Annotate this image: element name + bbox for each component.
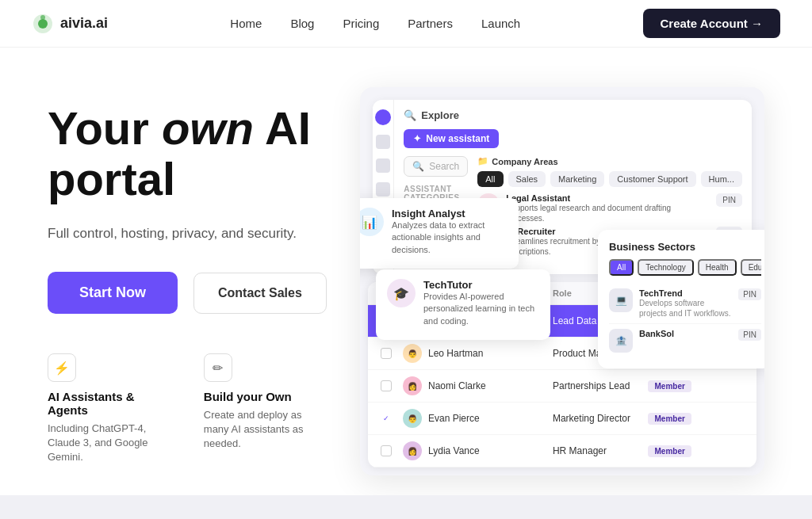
sidebar-box-icon-2 (376, 158, 390, 173)
feature-build-desc: Create and deploy as many AI assistants … (204, 408, 328, 452)
ca-tab-hum[interactable]: Hum... (701, 171, 742, 187)
hero-right: 🔍 Explore ✦ New assistant (360, 87, 764, 475)
new-assistant-label: New assistant (426, 133, 489, 144)
company-areas-label: 📁 Company Areas (477, 156, 742, 166)
naomi-badge: Member (648, 380, 691, 392)
insight-analyst-card: 📊 Insight Analyst Analyzes data to extra… (360, 198, 519, 269)
legal-name: Legal Assistant (506, 193, 710, 203)
heading-portal: portal (48, 153, 175, 204)
fc1-header: 📊 Insight Analyst Analyzes data to extra… (360, 208, 508, 256)
feature-ai-assistants: ⚡ AI Assistants & Agents Including ChatG… (48, 353, 172, 465)
navbar: aivia.ai Home Blog Pricing Partners Laun… (0, 0, 812, 48)
techtrend-info: TechTrend Develops software projects and… (639, 288, 732, 319)
explore-icon: 🔍 (404, 109, 416, 121)
checkbox-evan[interactable]: ✓ (381, 413, 392, 424)
bs-tab-all[interactable]: All (609, 259, 634, 276)
bs-tab-edu[interactable]: Education (741, 259, 761, 276)
bs-item-banksol: 🏦 BankSol PIN (609, 324, 761, 357)
hero-section: Your own AI portal Full control, hosting… (0, 48, 812, 475)
nav-home[interactable]: Home (230, 17, 262, 30)
search-icon: 🔍 (412, 161, 424, 172)
fc1-info: Insight Analyst Analyzes data to extract… (392, 208, 508, 256)
techtrend-pin-button[interactable]: PIN (738, 288, 761, 300)
insight-name: Insight Analyst (392, 208, 508, 219)
nav-pricing[interactable]: Pricing (343, 17, 379, 30)
svg-point-2 (40, 15, 45, 20)
pencil-icon: ✏ (204, 353, 232, 382)
naomi-avatar: 👩 (403, 376, 422, 395)
ca-tab-marketing[interactable]: Marketing (550, 171, 604, 187)
tech-tutor-card: 🎓 TechTutor Provides AI-powered personal… (376, 269, 550, 340)
search-text: Search (429, 161, 459, 172)
lydia-badge: Member (648, 445, 691, 457)
hero-buttons: Start Now Contact Sales (48, 272, 328, 314)
nav-links: Home Blog Pricing Partners Launch (230, 17, 520, 30)
bottom-bar (0, 495, 812, 519)
business-sectors-panel: Business Sectors All Technology Health E… (598, 230, 764, 368)
ca-tab-sales[interactable]: Sales (508, 171, 546, 187)
checkbox-naomi[interactable] (381, 380, 392, 391)
techtutor-desc: Provides AI-powered personalized learnin… (423, 291, 539, 327)
td-evan-role: Marketing Director (553, 413, 649, 424)
table-row-evan: ✓ 👨 Evan Pierce Marketing Director Membe… (368, 403, 756, 435)
evan-badge: Member (648, 413, 691, 425)
nav-launch[interactable]: Launch (481, 17, 520, 30)
hero-left: Your own AI portal Full control, hosting… (48, 95, 328, 465)
techtrend-desc: Develops software projects and IT workfl… (639, 298, 732, 319)
feature-ai-desc: Including ChatGPT-4, Claude 3, and Googl… (48, 422, 172, 465)
td-evan-name: ✓ 👨 Evan Pierce (381, 409, 553, 428)
leo-avatar: 👨 (403, 344, 422, 363)
checkbox-leo[interactable] (381, 348, 392, 359)
mockup-container: 🔍 Explore ✦ New assistant (360, 87, 764, 475)
bs-tab-health[interactable]: Health (698, 259, 737, 276)
checkbox-lydia[interactable] (381, 445, 392, 456)
banksol-avatar: 🏦 (609, 329, 633, 353)
plus-icon: ✦ (413, 133, 421, 144)
bs-tabs: All Technology Health Education Real... (609, 259, 761, 276)
search-bar[interactable]: 🔍 Search (404, 156, 468, 177)
ca-tab-all[interactable]: All (477, 171, 503, 187)
heading-your: Your (48, 102, 162, 154)
nav-partners[interactable]: Partners (408, 17, 453, 30)
techtrend-avatar: 💻 (609, 288, 633, 312)
contact-sales-button[interactable]: Contact Sales (193, 273, 327, 314)
td-naomi-role: Partnerships Lead (553, 380, 649, 391)
lydia-avatar: 👩 (403, 441, 422, 460)
hero-heading: Your own AI portal (48, 103, 328, 204)
table-row-naomi: 👩 Naomi Clarke Partnerships Lead Member (368, 370, 756, 403)
ca-tab-support[interactable]: Customer Support (609, 171, 695, 187)
heading-own: own (162, 102, 254, 154)
legal-pin-button[interactable]: PIN (716, 193, 742, 207)
techtutor-name: TechTutor (423, 279, 539, 291)
heading-ai: AI (254, 102, 311, 154)
logo-text: aivia.ai (60, 15, 108, 32)
bs-tab-tech[interactable]: Technology (638, 259, 694, 276)
nav-blog[interactable]: Blog (290, 17, 314, 30)
insight-avatar: 📊 (360, 208, 384, 236)
td-lydia-name: 👩 Lydia Vance (381, 441, 553, 460)
legal-info: Legal Assistant Supports legal research … (506, 193, 710, 223)
table-row-lydia: 👩 Lydia Vance HR Manager Member (368, 435, 756, 467)
start-now-button[interactable]: Start Now (48, 272, 178, 314)
td-naomi-status: Member (648, 380, 744, 392)
banksol-pin-button[interactable]: PIN (738, 329, 761, 341)
banksol-name: BankSol (639, 329, 732, 338)
new-assistant-button[interactable]: ✦ New assistant (404, 129, 499, 148)
svg-point-1 (38, 19, 48, 29)
lightning-icon: ⚡ (48, 353, 76, 382)
feature-build-own: ✏ Build your Own Create and deploy as ma… (204, 353, 328, 465)
company-area-tabs: All Sales Marketing Customer Support Hum… (477, 171, 742, 187)
td-lydia-status: Member (648, 445, 744, 457)
insight-desc: Analyzes data to extract actionable insi… (392, 219, 508, 256)
folder-icon: 📁 (477, 156, 488, 166)
evan-avatar: 👨 (403, 409, 422, 428)
hero-features: ⚡ AI Assistants & Agents Including ChatG… (48, 353, 328, 465)
sidebar-circle-icon (375, 109, 391, 125)
hero-subtitle: Full control, hosting, privacy, and secu… (48, 223, 328, 244)
fc2-header: 🎓 TechTutor Provides AI-powered personal… (387, 279, 539, 327)
bs-title: Business Sectors (609, 241, 761, 253)
legal-desc: Supports legal research and document dra… (506, 203, 710, 223)
logo: aivia.ai (32, 13, 108, 35)
create-account-button[interactable]: Create Account → (643, 9, 780, 38)
banksol-info: BankSol (639, 329, 732, 338)
